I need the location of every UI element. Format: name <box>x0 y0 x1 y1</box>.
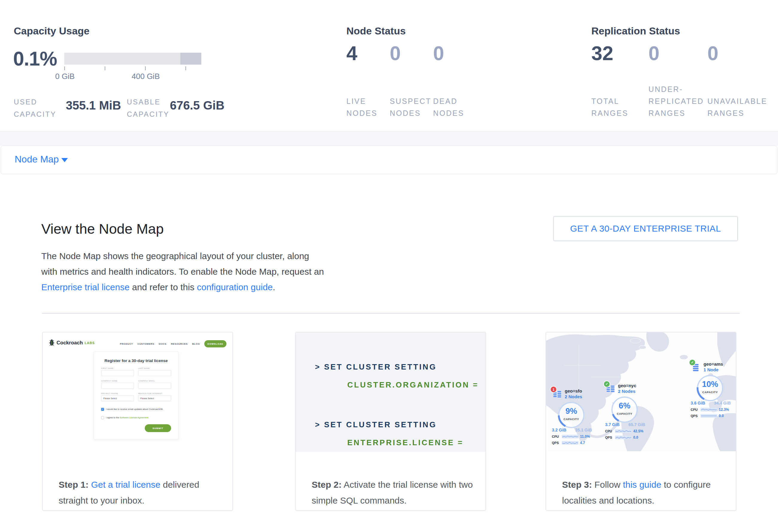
under-replicated-ranges-value: 0 <box>648 42 659 65</box>
cpu-value: 12.3% <box>719 407 729 412</box>
checkbox-label-text: I agree to the <box>106 416 120 419</box>
sql-setting-line: CLUSTER.ORGANIZATION = <box>347 380 479 390</box>
unavailable-ranges-value: 0 <box>707 42 718 65</box>
node-locality: geo=nyc <box>618 383 636 388</box>
node-icon-wrap: ✓ <box>692 362 701 373</box>
step3-card: 1 geo=sfo 2 Nodes <box>546 332 736 511</box>
this-guide-link[interactable]: this guide <box>623 480 661 489</box>
enterprise-trial-license-link[interactable]: Enterprise trial license <box>41 282 130 292</box>
capacity-usage-bar <box>64 53 201 65</box>
node-count: 2 Nodes <box>565 394 582 399</box>
license-agreement-checkbox-row: I agree to the Software License Agreemen… <box>101 416 170 419</box>
suspect-nodes-value: 0 <box>390 42 401 65</box>
nav-item: RESOURCES <box>171 343 187 345</box>
used-capacity-value: 355.1 MiB <box>66 99 121 112</box>
label-line: LIVE <box>346 95 378 107</box>
checkbox-label: I agree to the Software License Agreemen… <box>106 416 170 419</box>
qps-sparkline <box>701 414 717 418</box>
capacity-gauge: 9% CAPACITY <box>557 401 586 429</box>
get-trial-license-link[interactable]: Get a trial license <box>91 480 160 489</box>
sql-code-block <box>296 332 485 452</box>
field-label: COMPANY NAME <box>101 380 118 382</box>
label-line: SUSPECT <box>390 95 431 107</box>
cpu-value: 42.5% <box>633 429 643 433</box>
qps-sparkline <box>562 441 578 445</box>
used-capacity-label-line1: USED <box>14 96 56 108</box>
label-line: NODES <box>433 107 464 119</box>
usable-capacity-label: USABLE CAPACITY <box>127 96 169 120</box>
used-capacity-label-line2: CAPACITY <box>14 108 56 120</box>
reason-for-interest-select: Please Select <box>138 395 171 401</box>
dead-nodes-label: DEAD NODES <box>433 95 464 119</box>
label-line: RANGES <box>591 107 628 119</box>
capacity-gauge: 10% CAPACITY <box>696 374 724 402</box>
live-nodes-value: 4 <box>346 42 358 65</box>
map-node-ams: ✓ geo=ams 1 Node 10% <box>692 361 736 418</box>
field-label: COMPANY EMAIL <box>138 380 155 382</box>
node-labels: geo=nyc 2 Nodes <box>618 383 636 394</box>
qps-value: 4.7 <box>580 441 585 445</box>
brand-name: Cockroach <box>57 340 83 346</box>
submit-button: SUBMIT <box>145 424 171 432</box>
total-ranges-label: TOTAL RANGES <box>591 95 628 119</box>
node-locality: geo=ams <box>704 361 723 367</box>
qps-row: QPS 0.0 <box>605 435 647 440</box>
cpu-sparkline <box>615 429 632 433</box>
node-header: 1 geo=sfo 2 Nodes <box>553 388 601 400</box>
download-button: DOWNLOAD <box>204 340 226 348</box>
node-header: ✓ geo=nyc 2 Nodes <box>606 383 654 395</box>
step2-card: > SET CLUSTER SETTING CLUSTER.ORGANIZATI… <box>295 332 486 511</box>
cockroach-labs-logo: Cockroach LABS <box>49 339 95 347</box>
axis-tick <box>64 66 65 70</box>
qps-label: QPS <box>691 414 699 418</box>
capacity-percent: 6% <box>610 401 639 410</box>
description-text: . <box>273 282 275 292</box>
field-label: LAST NAME <box>138 367 150 369</box>
error-badge-icon: 1 <box>550 386 557 393</box>
dead-nodes-value: 0 <box>433 42 444 65</box>
total-ranges-value: 32 <box>591 42 613 65</box>
configuration-guide-link[interactable]: configuration guide <box>197 282 273 292</box>
nav-item: PRODUCT <box>120 343 133 345</box>
step3-label: Step 3: <box>562 480 592 489</box>
step3-caption: Step 3: Follow this guide to configure l… <box>562 477 729 508</box>
usable-capacity-label-line2: CAPACITY <box>127 108 169 120</box>
map-node-sfo: 1 geo=sfo 2 Nodes <box>553 388 601 445</box>
company-email-field <box>138 383 171 389</box>
brand-suffix: LABS <box>85 341 95 345</box>
qps-row: QPS 4.7 <box>552 441 594 445</box>
get-enterprise-trial-button[interactable]: GET A 30-DAY ENTERPRISE TRIAL <box>553 216 738 241</box>
cpu-row: CPU 11.0% <box>552 435 594 439</box>
label-line: NODES <box>390 107 431 119</box>
caption-text: Follow <box>592 480 623 489</box>
live-nodes-label: LIVE NODES <box>346 95 378 119</box>
qps-label: QPS <box>605 436 614 439</box>
checkbox-label: I would like to receive email updates ab… <box>106 407 170 411</box>
suspect-nodes-label: SUSPECT NODES <box>390 95 431 119</box>
cpu-sparkline <box>701 408 717 411</box>
unavailable-ranges-label: UNAVAILABLE RANGES <box>707 95 767 119</box>
node-header: ✓ geo=ams 1 Node <box>692 361 736 373</box>
axis-tick <box>185 66 186 70</box>
email-updates-checkbox-row: ✓ I would like to receive email updates … <box>101 407 170 411</box>
cluster-summary-bar: Capacity Usage 0.1% 0 GiB 400 GiB USED C… <box>0 0 778 131</box>
capacity-usage-bar-reserved-segment <box>180 53 201 65</box>
mini-site-nav: PRODUCT CUSTOMERS DOCS RESOURCES BLOG DO… <box>120 340 226 348</box>
label-line: UNDER- <box>648 83 704 95</box>
node-map-selector[interactable]: Node Map <box>1 146 777 174</box>
usable-capacity-value: 676.5 GiB <box>170 99 224 112</box>
replication-status-title: Replication Status <box>591 25 680 37</box>
node-labels: geo=sfo 2 Nodes <box>565 388 582 399</box>
used-capacity-label: USED CAPACITY <box>14 96 56 120</box>
capacity-label: CAPACITY <box>610 412 639 415</box>
map-node-nyc: ✓ geo=nyc 2 Nodes <box>606 383 654 440</box>
node-icon-wrap: 1 <box>553 389 562 399</box>
field-label: REASON FOR INTEREST <box>138 393 162 394</box>
capacity-label: CAPACITY <box>557 417 586 421</box>
field-label: FIRST NAME <box>101 367 113 369</box>
capacity-percent: 9% <box>557 407 586 416</box>
healthy-badge-icon: ✓ <box>689 359 696 366</box>
axis-tick <box>145 66 146 70</box>
capacity-label: CAPACITY <box>696 390 724 394</box>
description-text: and refer to this <box>130 282 197 292</box>
